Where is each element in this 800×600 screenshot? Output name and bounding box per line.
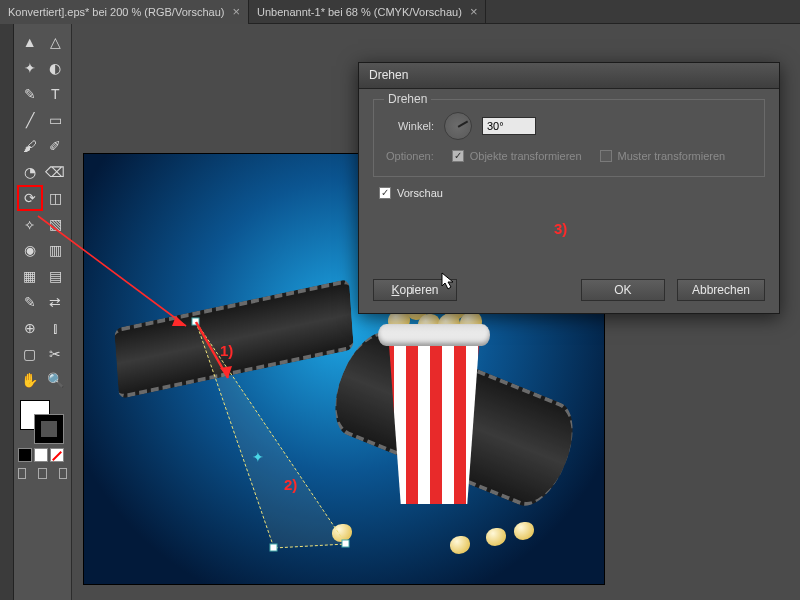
tool-eraser[interactable]: ⌫ <box>44 160 68 184</box>
close-icon[interactable]: × <box>470 4 478 19</box>
draw-behind[interactable] <box>38 468 46 479</box>
tab-label: Konvertiert].eps* bei 200 % (RGB/Vorscha… <box>8 6 224 18</box>
tool-shape-builder[interactable]: ◉ <box>18 238 42 262</box>
close-icon[interactable]: × <box>232 4 240 19</box>
tool-brush[interactable]: 🖌 <box>18 134 42 158</box>
gradient-mode[interactable] <box>34 448 48 462</box>
tool-type[interactable]: T <box>44 82 68 106</box>
angle-label: Winkel: <box>386 120 434 132</box>
tab-label: Unbenannt-1* bei 68 % (CMYK/Vorschau) <box>257 6 462 18</box>
annotation-3: 3) <box>554 220 567 237</box>
check-icon <box>600 150 612 162</box>
ok-button[interactable]: OK <box>581 279 665 301</box>
none-mode[interactable] <box>50 448 64 462</box>
svg-rect-2 <box>270 544 277 551</box>
angle-dial[interactable] <box>444 112 472 140</box>
cancel-button[interactable]: Abbrechen <box>677 279 765 301</box>
tool-selection[interactable]: ▲ <box>18 30 42 54</box>
color-mode[interactable] <box>18 448 32 462</box>
annotation-2: 2) <box>284 476 297 493</box>
tool-width[interactable]: ⟡ <box>18 212 42 236</box>
dialog-title[interactable]: Drehen <box>359 63 779 89</box>
panel-gutter <box>0 24 14 600</box>
tool-blend[interactable]: ⇄ <box>44 290 68 314</box>
tool-perspective[interactable]: ▥ <box>44 238 68 262</box>
document-tab[interactable]: Unbenannt-1* bei 68 % (CMYK/Vorschau) × <box>249 0 486 24</box>
tool-artboard[interactable]: ▢ <box>18 342 42 366</box>
tool-gradient[interactable]: ▤ <box>44 264 68 288</box>
document-tabbar: Konvertiert].eps* bei 200 % (RGB/Vorscha… <box>0 0 800 24</box>
transform-pattern-checkbox: Muster transformieren <box>600 150 726 162</box>
rotate-dialog: Drehen Drehen Winkel: Optionen: ✓ Objekt… <box>358 62 780 314</box>
options-label: Optionen: <box>386 150 434 162</box>
fill-stroke-swatch[interactable] <box>18 400 68 444</box>
toolbox: ▲△✦◐✎T╱▭🖌✐◔⌫⟳◫⟡▧◉▥▦▤✎⇄⊕⫿▢✂✋🔍 <box>14 24 72 600</box>
tool-pen[interactable]: ✎ <box>18 82 42 106</box>
rotate-fieldset: Drehen Winkel: Optionen: ✓ Objekte trans… <box>373 99 765 177</box>
angle-input[interactable] <box>482 117 536 135</box>
popcorn-graphic <box>374 284 494 504</box>
tool-symbol[interactable]: ⊕ <box>18 316 42 340</box>
tool-free-transform[interactable]: ▧ <box>44 212 68 236</box>
tool-rotate[interactable]: ⟳ <box>18 186 42 210</box>
draw-normal[interactable] <box>18 468 26 479</box>
draw-inside[interactable] <box>59 468 67 479</box>
tool-line[interactable]: ╱ <box>18 108 42 132</box>
transform-objects-checkbox: ✓ Objekte transformieren <box>452 150 582 162</box>
check-icon: ✓ <box>379 187 391 199</box>
tool-rectangle[interactable]: ▭ <box>44 108 68 132</box>
tool-blob[interactable]: ◔ <box>18 160 42 184</box>
annotation-1: 1) <box>220 342 233 359</box>
tool-zoom[interactable]: 🔍 <box>44 368 68 392</box>
tool-graph[interactable]: ⫿ <box>44 316 68 340</box>
tool-magic-wand[interactable]: ✦ <box>18 56 42 80</box>
tool-eyedropper[interactable]: ✎ <box>18 290 42 314</box>
check-icon: ✓ <box>452 150 464 162</box>
tool-direct-selection[interactable]: △ <box>44 30 68 54</box>
copy-button[interactable]: Kopieren <box>373 279 457 301</box>
tool-mesh[interactable]: ▦ <box>18 264 42 288</box>
document-tab[interactable]: Konvertiert].eps* bei 200 % (RGB/Vorscha… <box>0 0 249 24</box>
preview-checkbox[interactable]: ✓ Vorschau <box>379 187 765 199</box>
tool-scale[interactable]: ◫ <box>44 186 68 210</box>
tool-hand[interactable]: ✋ <box>18 368 42 392</box>
fieldset-legend: Drehen <box>384 92 431 106</box>
tool-lasso[interactable]: ◐ <box>44 56 68 80</box>
tool-slice[interactable]: ✂ <box>44 342 68 366</box>
tool-pencil[interactable]: ✐ <box>44 134 68 158</box>
